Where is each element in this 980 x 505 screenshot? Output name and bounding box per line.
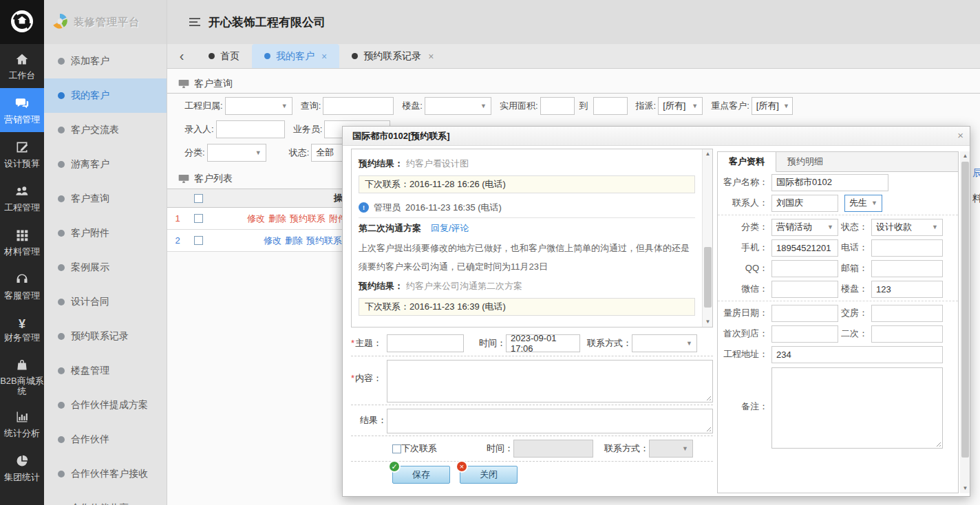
second-visit-input[interactable] — [871, 325, 943, 343]
email-input[interactable] — [871, 260, 943, 277]
dialog-title-bar[interactable]: 国际都市0102[预约联系] — [343, 127, 970, 146]
secondary-nav-design-contract[interactable]: 设计合同 — [44, 285, 167, 319]
scroll-up-icon[interactable]: ▲ — [703, 149, 713, 159]
primary-nav-b2b-mall[interactable]: B2B商城系统 — [0, 352, 44, 402]
delivery-input[interactable] — [871, 305, 943, 322]
history-scrollbar[interactable]: ▲ ▼ — [702, 149, 712, 327]
wechat-input[interactable] — [771, 281, 838, 298]
bullet-icon — [58, 299, 65, 305]
secondary-nav-customer-exchange[interactable]: 客户交流表 — [44, 113, 167, 147]
project-owner-select[interactable]: ▼ — [225, 97, 292, 115]
row-checkbox[interactable] — [194, 214, 203, 223]
resize-handle-icon[interactable] — [705, 425, 711, 431]
primary-nav-engineering[interactable]: 工程管理 — [0, 176, 44, 220]
secondary-nav-customer-query[interactable]: 客户查询 — [44, 182, 167, 216]
tab-appointment-records[interactable]: 预约联系记录 × — [339, 44, 446, 68]
secondary-nav-partners[interactable]: 合作伙伴 — [44, 422, 167, 457]
search-input[interactable] — [323, 97, 394, 115]
secondary-nav-case-display[interactable]: 案例展示 — [44, 250, 167, 285]
resize-handle-icon[interactable] — [705, 394, 711, 400]
delete-link[interactable]: 删除 — [285, 235, 303, 246]
result-label: 预约结果： — [359, 158, 403, 170]
time-input[interactable]: 2023-09-01 17:06 — [506, 334, 580, 352]
primary-nav-marketing[interactable]: 营销管理 — [0, 88, 44, 132]
result-textarea[interactable] — [387, 409, 713, 433]
secondary-nav-floating-customers[interactable]: 游离客户 — [44, 147, 167, 182]
primary-nav-settings[interactable] — [0, 490, 44, 505]
secondary-nav-partner-share[interactable]: 合作伙伴共享 — [44, 491, 167, 505]
tab-close-icon[interactable]: × — [428, 51, 434, 62]
appointment-link[interactable]: 预约联系 — [306, 235, 342, 246]
category-select[interactable]: ▼ — [207, 144, 266, 162]
reply-comment-link[interactable]: 回复/评论 — [431, 222, 469, 235]
delete-link[interactable]: 删除 — [268, 213, 286, 224]
building-select[interactable]: ▼ — [425, 97, 491, 115]
primary-nav-label: 财务管理 — [4, 332, 40, 343]
contact-person-input[interactable]: 刘国庆 — [771, 195, 838, 212]
primary-nav-workbench[interactable]: 工作台 — [0, 44, 44, 88]
subject-input[interactable] — [387, 334, 464, 352]
row-checkbox[interactable] — [194, 236, 203, 245]
entry-person-input[interactable] — [216, 120, 285, 138]
scroll-up-icon[interactable]: ▲ — [960, 151, 970, 161]
assign-select[interactable]: [所有]▼ — [658, 97, 703, 115]
area-from-input[interactable] — [540, 97, 575, 115]
tab-my-customers[interactable]: 我的客户 × — [252, 44, 339, 68]
scroll-down-icon[interactable]: ▼ — [703, 317, 713, 327]
secondary-nav-building-management[interactable]: 楼盘管理 — [44, 354, 167, 388]
mobile-input[interactable]: 18954521201 — [771, 239, 838, 257]
qq-input[interactable] — [771, 260, 838, 277]
team-icon — [15, 184, 29, 200]
dropdown-arrow-icon: ▼ — [932, 224, 938, 230]
tab-close-icon[interactable]: × — [321, 51, 327, 62]
measure-date-input[interactable] — [771, 305, 838, 322]
close-button[interactable]: × 关闭 — [460, 466, 518, 484]
primary-nav-group-stats[interactable]: 集团统计 — [0, 446, 44, 490]
content-textarea[interactable] — [387, 360, 713, 402]
remark-textarea[interactable] — [771, 367, 943, 449]
scroll-down-icon[interactable]: ▼ — [960, 484, 970, 493]
tab-scroll-left-icon[interactable]: ‹ — [167, 44, 196, 68]
primary-nav-customer-service[interactable]: 客服管理 — [0, 264, 44, 308]
appointment-link[interactable]: 预约联系 — [290, 213, 326, 224]
edit-link[interactable]: 修改 — [247, 213, 265, 224]
dialog-close-icon[interactable]: × — [957, 129, 963, 141]
tab-bar: ‹ 首页 我的客户 × 预约联系记录 × — [167, 44, 980, 69]
profile-panel-scrollbar[interactable]: ▲ ▼ — [960, 151, 970, 493]
secondary-nav-my-customers[interactable]: 我的客户 — [44, 78, 167, 113]
next-time-input-disabled — [513, 440, 593, 458]
app-logo[interactable] — [0, 0, 44, 44]
salutation-select[interactable]: 先生▼ — [844, 195, 882, 212]
secondary-nav-partner-customer-receive[interactable]: 合作伙伴客户接收 — [44, 457, 167, 491]
building-input[interactable]: 123 — [871, 281, 943, 298]
secondary-nav-appointment-records[interactable]: 预约联系记录 — [44, 319, 167, 354]
tab-customer-profile[interactable]: 客户资料 — [718, 152, 776, 172]
secondary-nav-partner-commission[interactable]: 合作伙伴提成方案 — [44, 388, 167, 422]
primary-nav-finance[interactable]: ¥ 财务管理 — [0, 308, 44, 352]
first-visit-input[interactable] — [771, 325, 838, 343]
customer-name-input[interactable]: 国际都市0102 — [771, 174, 888, 191]
resize-handle-icon[interactable] — [935, 440, 941, 447]
phone-input[interactable] — [871, 239, 943, 257]
contact-method-select[interactable]: ▼ — [632, 334, 697, 352]
address-input[interactable]: 234 — [771, 346, 943, 363]
primary-nav-materials[interactable]: 材料管理 — [0, 220, 44, 264]
edit-link[interactable]: 修改 — [264, 235, 281, 246]
tab-home[interactable]: 首页 — [196, 44, 252, 68]
scrollbar-thumb[interactable] — [704, 247, 712, 308]
status-select[interactable]: 设计收款▼ — [871, 219, 943, 236]
secondary-nav-add-customer[interactable]: 添加客户 — [44, 44, 167, 78]
next-contact-note: 下次联系：2016-11-28 16:26 (电话) — [359, 175, 695, 193]
scrollbar-thumb[interactable] — [961, 162, 969, 458]
secondary-nav-customer-attachments[interactable]: 客户附件 — [44, 216, 167, 250]
save-button[interactable]: ✓ 保存 — [392, 466, 450, 484]
primary-nav-statistics[interactable]: 统计分析 — [0, 402, 44, 446]
category-select[interactable]: 营销活动▼ — [771, 219, 838, 236]
select-all-checkbox[interactable] — [194, 194, 203, 203]
chat-icon — [15, 96, 29, 112]
next-contact-checkbox[interactable] — [392, 444, 401, 453]
tab-appointment-detail[interactable]: 预约明细 — [776, 152, 834, 171]
primary-nav-design-budget[interactable]: 设计预算 — [0, 132, 44, 176]
vip-select[interactable]: [所有]▼ — [752, 97, 793, 115]
area-to-input[interactable] — [593, 97, 628, 115]
